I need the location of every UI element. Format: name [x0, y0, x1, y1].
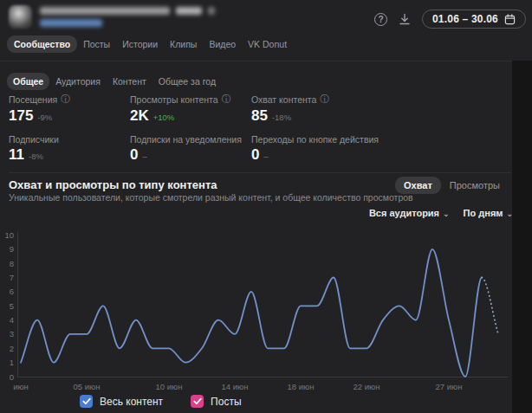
granularity-label: По дням: [464, 208, 503, 218]
svg-text:4: 4: [10, 315, 14, 325]
subtab-audience[interactable]: Аудитория: [49, 73, 107, 90]
stat-value: 0: [251, 146, 259, 164]
calendar-icon: [504, 14, 516, 25]
stat-delta: -9%: [37, 113, 52, 122]
stat-delta: +10%: [153, 113, 175, 122]
svg-text:18 июн: 18 июн: [288, 382, 315, 391]
community-name-blurred-3: [208, 7, 215, 15]
stat-delta: –: [263, 152, 268, 161]
date-range-label: 01.06 – 30.06: [432, 13, 498, 25]
svg-text:10: 10: [4, 230, 14, 240]
svg-text:27 июн: 27 июн: [436, 382, 463, 391]
stat-value: 2K: [130, 107, 149, 125]
svg-text:7: 7: [10, 273, 14, 282]
community-name-block: [40, 5, 215, 27]
audience-filter-label: Вся аудитория: [369, 208, 439, 218]
stat-action-button-clicks: Переходы по кнопке действия 0–: [251, 134, 523, 164]
community-link-blurred[interactable]: [40, 19, 102, 27]
divider: [9, 172, 511, 173]
svg-text:0: 0: [10, 372, 14, 382]
stat-content-reach: Охват контентаⓘ 85-18%: [251, 94, 523, 125]
toggle-views[interactable]: Просмотры: [444, 177, 505, 194]
stat-label: Посещения: [9, 94, 57, 105]
stat-content-views: Просмотры контентаⓘ 2K+10%: [130, 94, 251, 125]
stat-label: Просмотры контента: [130, 94, 218, 105]
subtab-content[interactable]: Контент: [107, 73, 152, 90]
stat-value: 0: [130, 146, 138, 164]
svg-text:22 июн: 22 июн: [354, 382, 380, 391]
chevron-down-icon: ⌄: [443, 210, 450, 218]
svg-text:6: 6: [10, 287, 14, 296]
audience-filter-dropdown[interactable]: Вся аудитория⌄: [369, 208, 450, 218]
chart-filters: Вся аудитория⌄ По дням⌄: [0, 208, 532, 218]
sub-tabs: Общее Аудитория Контент Общее за год: [0, 72, 532, 90]
page-gutter: [512, 61, 532, 413]
date-range-picker[interactable]: 01.06 – 30.06: [422, 10, 526, 29]
tab-vk-donut[interactable]: VK Donut: [242, 35, 293, 53]
subtab-year[interactable]: Общее за год: [152, 73, 222, 90]
svg-text:8: 8: [10, 259, 14, 268]
svg-text:14 июн: 14 июн: [222, 382, 249, 391]
stat-value: 11: [9, 146, 24, 164]
checkbox-checked-icon[interactable]: [80, 395, 93, 408]
stat-label: Подписчики: [9, 134, 59, 145]
svg-text:июн: июн: [13, 382, 29, 391]
legend-all-content[interactable]: Весь контент: [80, 395, 163, 408]
svg-text:05 июн: 05 июн: [74, 382, 101, 391]
divider: [0, 61, 512, 61]
stat-delta: -8%: [29, 152, 43, 161]
stat-notification-subs: Подписки на уведомления 0–: [130, 134, 251, 164]
svg-text:10 июн: 10 июн: [156, 382, 183, 391]
community-name-blurred: [40, 7, 170, 15]
tab-posts[interactable]: Посты: [77, 35, 116, 53]
line-projection-dotted: [482, 278, 498, 334]
stat-label: Охват контента: [251, 94, 316, 105]
tab-clips[interactable]: Клипы: [164, 35, 203, 53]
tab-stories[interactable]: Истории: [116, 35, 164, 53]
community-avatar[interactable]: [9, 5, 32, 29]
svg-text:1: 1: [10, 358, 14, 367]
stat-delta: -18%: [272, 113, 291, 122]
svg-text:3: 3: [10, 329, 14, 339]
help-icon[interactable]: ?: [374, 13, 387, 26]
granularity-dropdown[interactable]: По дням⌄: [464, 208, 513, 218]
chart-legend: Весь контент Посты: [80, 395, 242, 408]
info-icon[interactable]: ⓘ: [61, 94, 70, 106]
svg-text:2: 2: [10, 344, 14, 353]
main-tabs: Сообщество Посты Истории Клипы Видео VK …: [0, 34, 532, 55]
info-icon[interactable]: ⓘ: [320, 94, 329, 106]
stats-page: ? 01.06 – 30.06 Сообщество Посты Истории…: [0, 0, 532, 413]
stat-delta: –: [142, 152, 146, 161]
chart-section-header: Охват и просмотры по типу контента Уника…: [0, 178, 532, 203]
legend-label: Весь контент: [100, 396, 163, 408]
toggle-reach[interactable]: Охват: [395, 177, 441, 194]
svg-text:9: 9: [10, 244, 14, 254]
line-all-content: [21, 249, 482, 377]
stats-grid: Посещенияⓘ 175-9% Просмотры контентаⓘ 2K…: [0, 94, 532, 164]
page-header: ? 01.06 – 30.06: [0, 0, 532, 33]
legend-label: Посты: [211, 396, 241, 408]
legend-posts[interactable]: Посты: [191, 395, 241, 408]
stat-label: Переходы по кнопке действия: [251, 134, 379, 145]
stat-value: 175: [9, 107, 33, 125]
community-name-blurred-2: [176, 7, 202, 15]
reach-line-chart[interactable]: 012345678910июн05 июн10 июн14 июн18 июн2…: [0, 228, 512, 397]
reach-views-toggle: Охват Просмотры: [395, 177, 505, 194]
tab-community[interactable]: Сообщество: [7, 35, 77, 53]
stat-value: 85: [251, 107, 268, 125]
svg-text:5: 5: [10, 301, 14, 311]
download-icon[interactable]: [398, 12, 412, 26]
tab-video[interactable]: Видео: [203, 35, 242, 53]
stat-visits: Посещенияⓘ 175-9%: [9, 94, 130, 125]
subtab-general[interactable]: Общее: [7, 73, 49, 90]
info-icon[interactable]: ⓘ: [222, 94, 231, 106]
checkbox-checked-icon[interactable]: [191, 395, 204, 408]
stat-subscribers: Подписчики 11-8%: [9, 134, 130, 164]
stat-label: Подписки на уведомления: [130, 134, 242, 145]
